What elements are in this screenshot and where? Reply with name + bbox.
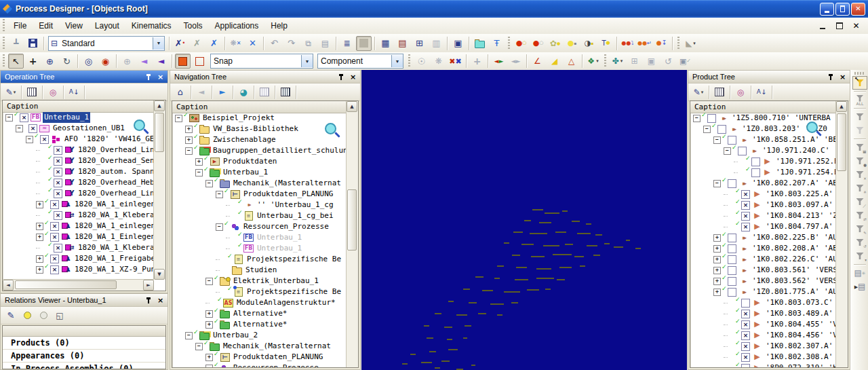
- protractor-button[interactable]: △: [564, 54, 579, 69]
- visibility-checkbox[interactable]: [751, 158, 760, 166]
- tree-item-label[interactable]: Alternative*: [232, 319, 288, 330]
- expand-icon[interactable]: +: [185, 126, 193, 133]
- save-button[interactable]: [25, 36, 41, 51]
- tree-item-label[interactable]: 1820_WA_1_Kleberau: [77, 242, 154, 253]
- scatter-x-button[interactable]: ✖✖: [448, 54, 463, 69]
- tree-item-label[interactable]: Unterbau_1_cg_bei: [256, 210, 335, 221]
- tree-item-label[interactable]: '1K0.802.307.A' 'MON: [764, 341, 836, 352]
- undo-button[interactable]: ↶: [267, 36, 282, 51]
- minimize-button[interactable]: [820, 3, 834, 16]
- edit-box-button[interactable]: ▣✓: [677, 54, 693, 69]
- globe-button[interactable]: ◕: [236, 86, 251, 99]
- delete-x-button[interactable]: ✕: [245, 36, 260, 51]
- wedge-button[interactable]: ◢: [547, 54, 562, 69]
- tree-item-label[interactable]: Baugruppen_detailliert_schulung: [212, 145, 347, 156]
- mdi-restore-button[interactable]: [834, 21, 844, 31]
- collapse-icon[interactable]: −: [216, 223, 223, 231]
- copy-button[interactable]: ⧉: [300, 36, 316, 51]
- tree-item-label[interactable]: '1K0.803.073.C' 'BOD: [764, 297, 836, 308]
- tree-item-label[interactable]: '1J0.971.254.E: [774, 167, 836, 178]
- tree-item-label[interactable]: Alternative*: [232, 308, 288, 319]
- red-bulb2-button[interactable]: ●○: [530, 36, 546, 51]
- sparkle-grey-button[interactable]: ❋: [431, 54, 446, 69]
- visibility-checkbox[interactable]: ×: [54, 168, 62, 177]
- expand-icon[interactable]: +: [36, 223, 43, 230]
- tree-item-label[interactable]: 1820_WA_1_einlegen: [73, 199, 154, 210]
- tree-item-label[interactable]: Unterbau_1: [222, 167, 269, 178]
- filter-small-button[interactable]: ▾: [852, 249, 867, 263]
- visibility-checkbox[interactable]: ×: [741, 320, 750, 329]
- tree-item-label[interactable]: 1820_WA_1_Kleberau: [77, 210, 154, 221]
- relations-row[interactable]: In Process Assemblies (0): [3, 363, 165, 369]
- fields-button[interactable]: [712, 86, 727, 99]
- collapse-icon[interactable]: −: [713, 136, 721, 144]
- tree-item-label[interactable]: '1Z0.801.775.A' 'AUF: [751, 286, 836, 297]
- home-button[interactable]: ⌂: [173, 86, 188, 99]
- visibility-checkbox[interactable]: ×: [741, 201, 750, 210]
- component-combo[interactable]: Component▼: [317, 54, 403, 69]
- visibility-checkbox[interactable]: [728, 266, 736, 275]
- menu-file[interactable]: File: [7, 19, 33, 33]
- spray-x-button[interactable]: ❋✕: [228, 36, 243, 51]
- expand-icon[interactable]: +: [713, 289, 721, 296]
- menu-tools[interactable]: Tools: [178, 19, 209, 33]
- gantt-button[interactable]: ▤: [395, 36, 410, 51]
- close-icon[interactable]: ×: [155, 295, 165, 305]
- collapse-icon[interactable]: −: [185, 332, 193, 339]
- tree-item-label[interactable]: Zwischenablage: [212, 134, 277, 145]
- menu-kinematics[interactable]: Kinematics: [125, 19, 178, 33]
- expand-icon[interactable]: +: [713, 245, 721, 253]
- operation-tree-hscrollbar[interactable]: ◄ ►: [3, 279, 154, 291]
- navigation-tree-caption-column[interactable]: Caption: [172, 101, 347, 113]
- toolbar-grip[interactable]: [677, 37, 679, 50]
- expand-icon[interactable]: +: [713, 234, 721, 242]
- pin-x-grey-button[interactable]: ✗: [189, 36, 205, 51]
- collapse-icon[interactable]: −: [216, 191, 223, 198]
- tree-item-label[interactable]: '1K0.803.561' 'VERST: [751, 265, 836, 276]
- filter-all-button[interactable]: ALL: [852, 93, 867, 107]
- tree-item-label[interactable]: '1K0.802.225.B' 'AUF: [751, 232, 836, 243]
- relations-row[interactable]: Appearances (0): [3, 350, 165, 363]
- visibility-checkbox[interactable]: ×: [741, 342, 750, 351]
- redo-button[interactable]: ↷: [283, 36, 299, 51]
- bulb-off-button[interactable]: [36, 309, 51, 322]
- pin-icon[interactable]: [144, 72, 154, 81]
- tree-item-label[interactable]: 1820_Overhead_Senk: [77, 155, 154, 166]
- tree-item-label[interactable]: '1K0.804.797.A' ': [764, 221, 836, 232]
- filter-edit-button[interactable]: ✎: [852, 222, 867, 236]
- leaf-button[interactable]: ✤▾: [610, 54, 625, 69]
- tree-item-label[interactable]: Produktdaten_PLANUNG: [232, 352, 324, 363]
- wire-cube-button[interactable]: [192, 54, 208, 69]
- visibility-checkbox[interactable]: [728, 244, 736, 253]
- tree-item-label[interactable]: '1K0.803.225.A' ': [764, 189, 836, 200]
- snap-combo[interactable]: Snap▼: [210, 54, 313, 69]
- table-grid-button[interactable]: ▦: [378, 36, 393, 51]
- collapse-icon[interactable]: −: [195, 343, 203, 350]
- mdi-minimize-button[interactable]: [817, 21, 827, 31]
- visibility-checkbox[interactable]: [728, 277, 736, 286]
- visibility-checkbox[interactable]: [751, 168, 760, 177]
- filter-circle-button[interactable]: ●: [852, 154, 867, 168]
- tree-item-label[interactable]: '1K0.804.455' 'VERLA: [764, 319, 836, 330]
- solid-cube-button[interactable]: [175, 54, 191, 69]
- hand-sphere-button[interactable]: ☉: [414, 54, 429, 69]
- tree-item-label[interactable]: Projektspezifische Be: [245, 286, 342, 297]
- pen-filter-button[interactable]: ✎▾: [691, 86, 706, 99]
- 3d-viewport[interactable]: [361, 70, 687, 370]
- collapse-icon[interactable]: −: [16, 125, 23, 132]
- collapse-icon[interactable]: −: [724, 147, 731, 155]
- close-icon[interactable]: ×: [348, 72, 358, 81]
- expand-icon[interactable]: +: [195, 158, 203, 166]
- operation-tree-caption-column[interactable]: Caption: [3, 100, 154, 113]
- dark-bulb-button[interactable]: ◑▪: [581, 36, 597, 51]
- visibility-checkbox[interactable]: ×: [20, 113, 28, 122]
- visibility-checkbox[interactable]: [728, 179, 736, 188]
- visibility-checkbox[interactable]: [738, 147, 747, 155]
- tree-item-label[interactable]: 1820_WA_1_Freigabe: [73, 253, 154, 264]
- tree-item-label[interactable]: Unterbau_1: [256, 243, 303, 254]
- visibility-checkbox[interactable]: [728, 136, 736, 145]
- navigation-tree-vscrollbar[interactable]: ▲: [346, 101, 358, 367]
- tree-item-label[interactable]: '1K0.802.308.A' 'MON: [764, 352, 836, 363]
- menu-applications[interactable]: Applications: [209, 19, 265, 33]
- operation-tree-vscrollbar[interactable]: ▲ ▼: [153, 100, 165, 280]
